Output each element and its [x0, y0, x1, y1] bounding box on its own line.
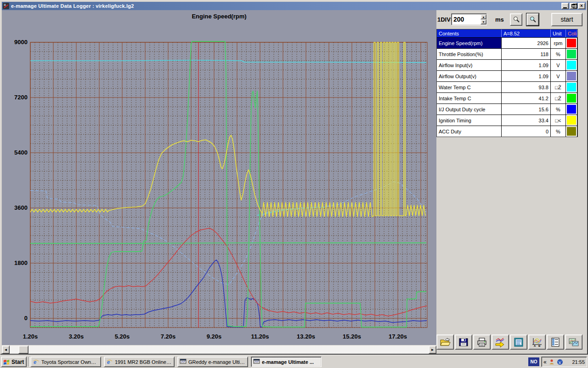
color-swatch[interactable] — [567, 50, 576, 58]
color-swatch[interactable] — [567, 61, 576, 69]
start-label: Start — [11, 359, 24, 365]
channel-color-cell[interactable] — [566, 93, 577, 104]
channel-name[interactable]: Airflow Output(v) — [437, 71, 502, 81]
ie-icon: e — [33, 358, 40, 366]
list-view-button[interactable] — [510, 334, 527, 350]
report-button[interactable] — [547, 334, 564, 350]
channel-color-cell[interactable] — [566, 82, 577, 92]
compare-button[interactable]: AB — [528, 334, 546, 350]
y-tick-label: 7200 — [3, 94, 28, 101]
x-tick-label: 17.20s — [383, 333, 413, 340]
restore-button[interactable] — [570, 3, 577, 9]
channel-row[interactable]: Engine Speed(rpm)2926rpm — [437, 37, 577, 48]
close-button[interactable]: × — [578, 3, 585, 9]
channel-cursor-value: 41.2 — [502, 93, 551, 104]
spinner-up-icon[interactable]: ▲ — [481, 14, 486, 19]
channel-cursor-value: 118 — [502, 49, 551, 59]
minimize-button[interactable] — [561, 3, 569, 9]
ms-label: ms — [495, 16, 504, 23]
channel-row[interactable]: Intake Temp C41.2□Ż — [437, 92, 577, 104]
channel-row[interactable]: Water Temp C93.8□Ż — [437, 81, 577, 92]
start-logging-button[interactable]: start — [551, 13, 582, 26]
app-icon — [3, 3, 9, 9]
channel-unit: □Ż — [551, 82, 566, 92]
color-swatch[interactable] — [567, 105, 576, 114]
series-water-temp-c — [30, 60, 426, 63]
horizontal-scrollbar[interactable]: ◄ ► — [2, 345, 436, 354]
task-label: GReddy e-manage Ultim... — [188, 359, 246, 365]
task-button[interactable]: e1991 MR2 BGB Online - ... — [104, 356, 175, 367]
channel-color-cell[interactable] — [566, 49, 577, 59]
channel-color-cell[interactable] — [566, 71, 577, 81]
color-swatch[interactable] — [567, 127, 576, 136]
side-panel: 1DIV= ▲ ▼ ms start Contents A=8.52 Unit … — [436, 10, 587, 345]
x-tick-label: 1.20s — [16, 333, 45, 340]
channel-name[interactable]: Airflow Input(v) — [437, 60, 502, 70]
color-swatch[interactable] — [567, 83, 576, 92]
x-tick-label: 3.20s — [62, 333, 91, 340]
globe-a-icon[interactable]: a — [557, 359, 563, 365]
zoom-out-button[interactable] — [510, 13, 522, 26]
scroll-right-button[interactable]: ► — [429, 345, 436, 354]
channel-row[interactable]: ACC Duty0% — [437, 126, 577, 137]
language-indicator[interactable]: NO — [528, 357, 539, 366]
chart-panel: Engine Speed(rpm) 900072005400360018000 … — [2, 10, 436, 345]
channel-name[interactable]: Ignition Timing — [437, 115, 502, 126]
color-swatch[interactable] — [567, 39, 576, 47]
channel-cursor-value: 33.4 — [502, 115, 551, 126]
scroll-left-button[interactable]: ◄ — [2, 345, 10, 354]
channel-row[interactable]: Ignition Timing33.4□< — [437, 115, 577, 126]
taskbar: Start eToyota Sportscar Owner...e1991 MR… — [0, 355, 588, 368]
channel-row[interactable]: Airflow Input(v)1.09V — [437, 59, 577, 70]
print-button[interactable] — [473, 334, 491, 350]
system-tray: « a 21:55 — [541, 356, 587, 367]
color-swatch[interactable] — [567, 94, 576, 103]
channel-name[interactable]: Intake Temp C — [437, 93, 502, 104]
task-button[interactable]: GReddy e-manage Ultim... — [177, 356, 248, 367]
color-swatch[interactable] — [567, 72, 576, 80]
channel-name[interactable]: Water Temp C — [437, 82, 502, 92]
titlebar[interactable]: e-mamage Ultimate Data Logger : virkelig… — [2, 2, 586, 10]
channel-table: Contents A=8.52 Unit Coli Engine Speed(r… — [436, 29, 578, 137]
channel-cursor-value: 15.6 — [502, 104, 551, 115]
tray-chevron-icon[interactable]: « — [543, 359, 547, 365]
open-button[interactable] — [436, 334, 454, 350]
channel-unit: rpm — [551, 38, 566, 48]
channel-cursor-value: 0 — [502, 126, 551, 137]
channel-row[interactable]: I/J Output Duty cycle15.6% — [437, 104, 577, 115]
chart-plot[interactable] — [2, 10, 436, 332]
save-button[interactable] — [455, 334, 472, 350]
svg-text:a: a — [559, 360, 561, 364]
channel-name[interactable]: I/J Output Duty cycle — [437, 104, 502, 115]
channel-cursor-value: 2926 — [502, 38, 551, 48]
channel-color-cell[interactable] — [566, 60, 577, 70]
channel-unit: V — [551, 60, 566, 70]
channel-name[interactable]: ACC Duty — [437, 126, 502, 137]
export-button[interactable] — [492, 334, 509, 350]
channel-name[interactable]: Throttle Position(%) — [437, 49, 502, 59]
channel-row[interactable]: Airflow Output(v)1.09V — [437, 70, 577, 81]
scrollbar-thumb[interactable] — [18, 345, 28, 354]
task-button[interactable]: eToyota Sportscar Owner... — [30, 356, 101, 367]
channel-name[interactable]: Engine Speed(rpm) — [437, 38, 502, 48]
channel-unit: V — [551, 71, 566, 81]
svg-text:B: B — [538, 345, 541, 347]
messenger-icon[interactable] — [548, 359, 555, 365]
start-menu-button[interactable]: Start — [1, 356, 27, 367]
x-tick-label: 11.20s — [245, 333, 275, 340]
overlay-button[interactable] — [565, 334, 582, 350]
zoom-in-button[interactable] — [526, 13, 539, 26]
channel-color-cell[interactable] — [566, 126, 577, 137]
compare-icon: AB — [529, 337, 545, 348]
spinner-down-icon[interactable]: ▼ — [481, 19, 486, 24]
color-swatch[interactable] — [567, 116, 576, 125]
channel-row[interactable]: Throttle Position(%)118% — [437, 48, 577, 59]
app-window: e-mamage Ultimate Data Logger : virkelig… — [0, 0, 588, 355]
y-tick-label: 3600 — [3, 204, 28, 211]
window-title: e-mamage Ultimate Data Logger : virkelig… — [11, 3, 134, 9]
channel-color-cell[interactable] — [566, 38, 577, 48]
div-spinner: ▲ ▼ — [481, 14, 486, 24]
channel-color-cell[interactable] — [566, 115, 577, 126]
channel-color-cell[interactable] — [566, 104, 577, 115]
task-button[interactable]: e-mamage Ultimate ... — [251, 356, 322, 367]
